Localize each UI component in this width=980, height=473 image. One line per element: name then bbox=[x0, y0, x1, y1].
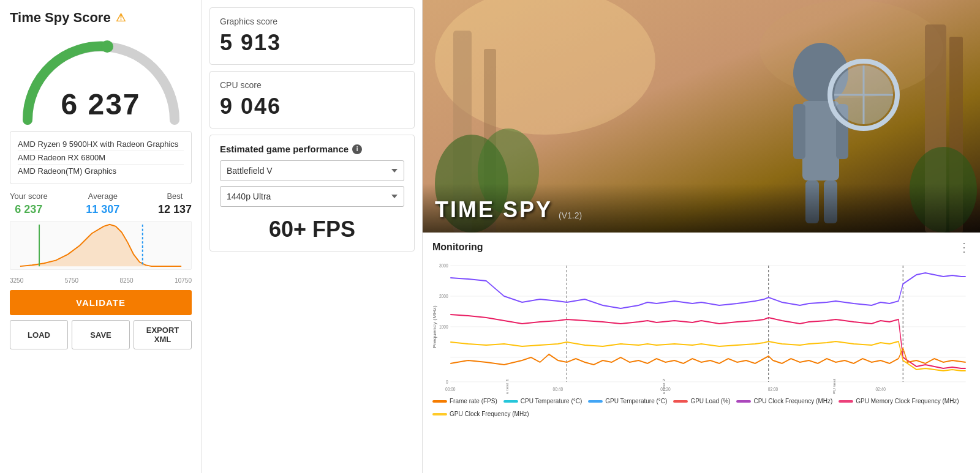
gauge-score: 6 237 bbox=[61, 88, 140, 121]
right-panel: TIME SPY (V1.2) Monitoring ⋮ Frequency (… bbox=[423, 0, 980, 473]
average-score-label: Average bbox=[86, 192, 119, 201]
best-score-col: Best 12 137 bbox=[158, 192, 192, 216]
svg-point-0 bbox=[101, 40, 113, 53]
monitoring-panel: Monitoring ⋮ Frequency (MHz) 3000 2000 bbox=[423, 233, 980, 473]
svg-text:CPU test: CPU test bbox=[832, 379, 836, 394]
svg-text:Frequency (MHz): Frequency (MHz) bbox=[432, 305, 437, 348]
hist-label-2: 8250 bbox=[119, 277, 133, 284]
svg-text:02:00: 02:00 bbox=[768, 386, 778, 392]
hist-label-3: 10750 bbox=[175, 277, 192, 284]
main-container: Time Spy Score ⚠ 6 237 AMD Ryzen 9 5900H… bbox=[0, 0, 980, 473]
bottom-buttons: LOAD SAVE EXPORT XML bbox=[10, 320, 192, 349]
load-button[interactable]: LOAD bbox=[10, 320, 68, 349]
hw-item-cpu: AMD Ryzen 9 5900HX with Radeon Graphics bbox=[18, 138, 184, 151]
legend-cpu-clock: CPU Clock Frequency (MHz) bbox=[736, 398, 832, 404]
monitoring-title: Monitoring bbox=[432, 242, 483, 253]
svg-text:1000: 1000 bbox=[439, 324, 448, 330]
legend-gpu-mem-clock: GPU Memory Clock Frequency (MHz) bbox=[839, 398, 959, 404]
game-performance-section: Estimated game performance i Battlefield… bbox=[209, 135, 415, 251]
legend-color-gpu-load bbox=[673, 400, 688, 403]
hist-label-0: 3250 bbox=[10, 277, 23, 284]
legend-gpu-clock: GPU Clock Frequency (MHz) bbox=[432, 411, 529, 417]
game-banner: TIME SPY (V1.2) bbox=[423, 0, 980, 233]
svg-marker-1 bbox=[20, 225, 181, 266]
score-histogram bbox=[10, 221, 192, 270]
monitoring-chart: Frequency (MHz) 3000 2000 1000 0 bbox=[432, 259, 970, 394]
best-score-label: Best bbox=[158, 192, 192, 201]
average-score-value: 11 307 bbox=[86, 203, 119, 216]
your-score-value: 6 237 bbox=[10, 203, 48, 216]
score-title-text: Time Spy Score bbox=[10, 10, 111, 26]
legend-color-gpu-temp bbox=[588, 400, 603, 403]
best-score-value: 12 137 bbox=[158, 203, 192, 216]
legend-label-gpu-temp: GPU Temperature (°C) bbox=[605, 398, 667, 404]
save-button[interactable]: SAVE bbox=[72, 320, 130, 349]
chart-area: Frequency (MHz) 3000 2000 1000 0 bbox=[432, 259, 970, 394]
legend-color-gpu-mem-clock bbox=[839, 400, 853, 403]
average-score-col: Average 11 307 bbox=[86, 192, 119, 216]
legend-label-gpu-load: GPU Load (%) bbox=[690, 398, 730, 404]
svg-text:01:20: 01:20 bbox=[660, 386, 671, 392]
export-button[interactable]: EXPORT XML bbox=[134, 320, 192, 349]
svg-text:0: 0 bbox=[446, 379, 448, 385]
cpu-score-label: CPU score bbox=[220, 80, 404, 90]
warning-icon: ⚠ bbox=[116, 11, 126, 24]
hw-item-gpu1: AMD Radeon RX 6800M bbox=[18, 151, 184, 165]
left-panel: Time Spy Score ⚠ 6 237 AMD Ryzen 9 5900H… bbox=[0, 0, 202, 473]
legend-label-gpu-clock: GPU Clock Frequency (MHz) bbox=[450, 411, 529, 417]
chart-legend: Frame rate (FPS) CPU Temperature (°C) GP… bbox=[432, 398, 970, 417]
cpu-score-value: 9 046 bbox=[220, 94, 404, 119]
banner-title: TIME SPY bbox=[435, 197, 552, 223]
svg-text:3000: 3000 bbox=[439, 263, 448, 269]
your-score-label: Your score bbox=[10, 192, 48, 201]
legend-framerate: Frame rate (FPS) bbox=[432, 398, 497, 404]
info-icon[interactable]: i bbox=[352, 144, 362, 154]
graphics-score-card: Graphics score 5 913 bbox=[209, 7, 415, 65]
monitoring-header: Monitoring ⋮ bbox=[432, 240, 970, 255]
fps-value: 60+ FPS bbox=[220, 217, 404, 242]
graphics-score-value: 5 913 bbox=[220, 30, 404, 56]
legend-gpu-temp: GPU Temperature (°C) bbox=[588, 398, 667, 404]
resolution-dropdown[interactable]: 1440p Ultra 1080p Ultra 1440p High bbox=[220, 186, 404, 207]
banner-overlay: TIME SPY (V1.2) bbox=[423, 184, 980, 233]
legend-color-gpu-clock bbox=[432, 413, 447, 415]
graphics-score-label: Graphics score bbox=[220, 17, 404, 26]
svg-text:00:40: 00:40 bbox=[553, 386, 564, 392]
banner-version: (V1.2) bbox=[559, 210, 582, 220]
scores-comparison: Your score 6 237 Average 11 307 Best 12 … bbox=[10, 192, 192, 216]
gauge-container: 6 237 bbox=[15, 28, 187, 126]
svg-text:00:00: 00:00 bbox=[445, 386, 456, 392]
svg-text:2000: 2000 bbox=[439, 293, 448, 299]
more-options-button[interactable]: ⋮ bbox=[958, 240, 970, 255]
validate-button[interactable]: VALIDATE bbox=[10, 290, 192, 315]
legend-label-cpu-clock: CPU Clock Frequency (MHz) bbox=[753, 398, 832, 404]
legend-cpu-temp: CPU Temperature (°C) bbox=[503, 398, 582, 404]
svg-text:02:40: 02:40 bbox=[875, 386, 886, 392]
svg-rect-13 bbox=[793, 104, 805, 159]
game-perf-title-text: Estimated game performance bbox=[220, 144, 349, 154]
cpu-score-card: CPU score 9 046 bbox=[209, 71, 415, 128]
game-perf-title: Estimated game performance i bbox=[220, 144, 404, 154]
legend-color-cpu-temp bbox=[503, 400, 518, 403]
hw-item-gpu2: AMD Radeon(TM) Graphics bbox=[18, 165, 184, 177]
legend-label-framerate: Frame rate (FPS) bbox=[450, 398, 497, 404]
hist-label-1: 5750 bbox=[65, 277, 78, 284]
legend-color-framerate bbox=[432, 400, 447, 403]
legend-gpu-load: GPU Load (%) bbox=[673, 398, 730, 404]
your-score-col: Your score 6 237 bbox=[10, 192, 48, 216]
legend-label-gpu-mem-clock: GPU Memory Clock Frequency (MHz) bbox=[856, 398, 959, 404]
legend-label-cpu-temp: CPU Temperature (°C) bbox=[521, 398, 582, 404]
histogram-labels: 3250 5750 8250 10750 bbox=[10, 277, 192, 284]
game-dropdown[interactable]: Battlefield V Forza Horizon 4 Shadow of … bbox=[220, 160, 404, 181]
svg-text:Graphics test 1: Graphics test 1 bbox=[505, 379, 510, 394]
score-title: Time Spy Score ⚠ bbox=[10, 10, 192, 26]
legend-color-cpu-clock bbox=[736, 400, 751, 403]
hardware-info: AMD Ryzen 9 5900HX with Radeon Graphics … bbox=[10, 131, 192, 184]
middle-panel: Graphics score 5 913 CPU score 9 046 Est… bbox=[202, 0, 423, 473]
